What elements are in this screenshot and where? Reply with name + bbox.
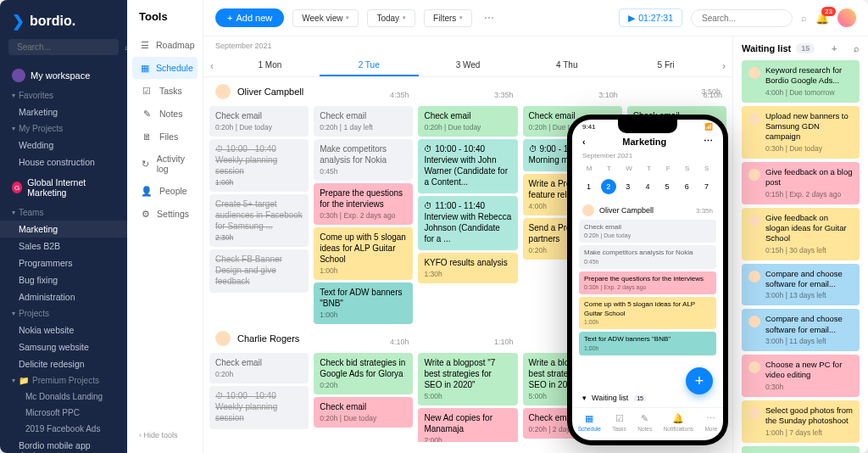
more-icon[interactable]: ⋯ bbox=[481, 12, 498, 24]
tool-people[interactable]: 👤People bbox=[132, 180, 198, 202]
prem-microsoft[interactable]: Microsoft PPC bbox=[0, 405, 127, 421]
phone-nav-notifications[interactable]: 🔔Notifications bbox=[664, 413, 693, 432]
view-dropdown[interactable]: Week view bbox=[292, 9, 359, 27]
task-card[interactable]: ⏱ 11:00 - 11:40Interview with Rebecca Jo… bbox=[418, 196, 517, 250]
proj-delicite[interactable]: Delicite redesign bbox=[0, 355, 127, 372]
notifications-button[interactable]: 🔔23 bbox=[815, 12, 829, 25]
search-top-icon[interactable]: ⌕ bbox=[801, 13, 807, 23]
task-card[interactable]: ⏱ 10:00 - 10:40Weekly planning session1:… bbox=[209, 139, 309, 192]
top-search-input[interactable] bbox=[691, 9, 793, 27]
add-new-button[interactable]: + Add new bbox=[215, 8, 284, 27]
waiting-card[interactable]: Choose a new PC for video editing0:30h bbox=[742, 355, 860, 397]
prev-week-button[interactable]: ‹ bbox=[203, 55, 220, 76]
waiting-card[interactable]: Give feedback on slogan ideas for Guitar… bbox=[742, 208, 860, 260]
section-my-projects[interactable]: My Projects bbox=[0, 120, 127, 137]
waiting-card[interactable]: Keyword research for Bordio Google Ads..… bbox=[742, 60, 860, 103]
waiting-card[interactable]: Upload new banners to Samsung GDN campai… bbox=[742, 106, 860, 159]
phone-date[interactable]: 3 bbox=[620, 179, 636, 194]
day-header-4[interactable]: 5 Fri bbox=[616, 55, 715, 76]
task-card[interactable]: Check email0:20h | 1 day left bbox=[314, 106, 413, 137]
phone-card[interactable]: Check email0:20h | Due today bbox=[579, 220, 716, 243]
proj-wedding[interactable]: Wedding bbox=[0, 137, 127, 154]
logo[interactable]: ❯bordio. bbox=[0, 8, 127, 39]
proj-samsung[interactable]: Samsung website bbox=[0, 338, 127, 355]
section-teams[interactable]: Teams bbox=[0, 204, 127, 221]
waiting-card[interactable]: Give feedback on a blog post0:15h | Exp.… bbox=[742, 162, 860, 204]
task-card[interactable]: Come up with 5 slogan ideas for ALP Guit… bbox=[314, 227, 413, 280]
phone-card[interactable]: Prepare the questions for the interviews… bbox=[579, 271, 716, 294]
phone-nav-schedule[interactable]: ▦Schedule bbox=[578, 413, 601, 432]
prem-facebook[interactable]: 2019 Facebook Ads bbox=[0, 421, 127, 437]
tool-notes[interactable]: ✎Notes bbox=[132, 103, 198, 125]
phone-date[interactable]: 5 bbox=[659, 179, 675, 194]
phone-card[interactable]: Make competitors analysis for Nokia0:45h bbox=[579, 245, 716, 268]
user-avatar[interactable] bbox=[837, 8, 856, 27]
waiting-card[interactable]: Write Bordio Landing Page copy3:00h | 2 … bbox=[742, 446, 860, 453]
today-button[interactable]: Today bbox=[367, 9, 415, 27]
task-card[interactable]: Text for ADW banners "BNB"1:00h bbox=[314, 282, 413, 324]
search-waiting-button[interactable]: ⌕ bbox=[854, 43, 860, 53]
task-card[interactable]: Check email0:20h | Due today bbox=[209, 106, 309, 137]
task-card[interactable]: Check FB Banner Design and give feedback bbox=[209, 249, 309, 293]
sidebar-search[interactable]: ⌕ bbox=[8, 39, 119, 55]
phone-date[interactable]: 1 bbox=[581, 179, 597, 194]
tool-settings[interactable]: ⚙Settings bbox=[132, 203, 198, 225]
task-card[interactable]: KYFO results analysis1:30h bbox=[418, 253, 517, 283]
phone-card[interactable]: Text for ADW banners "BNB"1:00h bbox=[579, 332, 716, 355]
proj-house[interactable]: House construction bbox=[0, 154, 127, 171]
day-header-2[interactable]: 3 Wed bbox=[419, 55, 518, 76]
timer[interactable]: ▶01:27:31 bbox=[619, 8, 682, 27]
fav-marketing[interactable]: Marketing bbox=[0, 103, 127, 120]
task-card[interactable]: ⏱ 10:00 - 10:40Weekly planning session bbox=[209, 386, 309, 429]
phone-date[interactable]: 2 bbox=[601, 179, 616, 194]
task-card[interactable]: Write a blogpost "7 best strategies for … bbox=[418, 353, 517, 405]
phone-nav-tasks[interactable]: ☑Tasks bbox=[612, 413, 626, 432]
phone-date[interactable]: 7 bbox=[698, 179, 714, 194]
team-marketing[interactable]: Marketing bbox=[0, 221, 127, 238]
task-card[interactable]: ⏱ 10:00 - 10:40Interview with John Warne… bbox=[418, 139, 517, 193]
team-programmers[interactable]: Programmers bbox=[0, 254, 127, 271]
day-header-3[interactable]: 4 Thu bbox=[517, 55, 616, 76]
task-card[interactable]: Create 5+ target audiences in Facebook f… bbox=[209, 194, 309, 247]
task-card[interactable]: Check email0:20h | Due today bbox=[418, 106, 517, 137]
tool-schedule[interactable]: ▦Schedule bbox=[132, 57, 198, 79]
tool-files[interactable]: 🗎Files bbox=[132, 126, 198, 148]
section-projects[interactable]: Projects bbox=[0, 305, 127, 322]
extra-bordio-mobile[interactable]: Bordio mobile app design bbox=[0, 437, 127, 453]
phone-date[interactable]: 4 bbox=[640, 179, 655, 194]
tool-tasks[interactable]: ☑Tasks bbox=[132, 80, 198, 102]
add-waiting-button[interactable]: + bbox=[832, 43, 837, 53]
prem-mcdonalds[interactable]: Mc Donalds Landing bbox=[0, 389, 127, 405]
phone-back-icon[interactable]: ‹ bbox=[582, 137, 586, 147]
tool-roadmap[interactable]: ☰Roadmap bbox=[132, 34, 198, 56]
global-internet-marketing[interactable]: GGlobal Internet Marketing bbox=[0, 171, 127, 204]
phone-nav-more[interactable]: ⋯More bbox=[704, 413, 717, 432]
waiting-card[interactable]: Compare and choose software for email...… bbox=[742, 309, 860, 351]
filters-dropdown[interactable]: Filters bbox=[424, 9, 472, 27]
team-bugfixing[interactable]: Bug fixing bbox=[0, 271, 127, 288]
tool-activity[interactable]: ↻Activity log bbox=[132, 148, 198, 179]
phone-nav-notes[interactable]: ✎Notes bbox=[637, 413, 652, 432]
workspace-selector[interactable]: My workspace bbox=[0, 64, 127, 87]
task-card[interactable]: Check bid strategies in Google Ads for G… bbox=[314, 353, 413, 394]
section-premium[interactable]: 📁 Premium Projects bbox=[0, 372, 127, 389]
day-header-1[interactable]: 2 Tue bbox=[320, 55, 419, 76]
phone-date[interactable]: 6 bbox=[679, 179, 694, 194]
waiting-card[interactable]: Select good photos from the Sunday photo… bbox=[742, 400, 860, 443]
proj-nokia[interactable]: Nokia website bbox=[0, 322, 127, 338]
task-card[interactable]: Check email0:20h bbox=[209, 353, 309, 383]
section-favorites[interactable]: Favorites bbox=[0, 87, 127, 103]
next-week-button[interactable]: › bbox=[715, 55, 732, 76]
team-admin[interactable]: Administration bbox=[0, 288, 127, 305]
waiting-card[interactable]: Compare and choose software for email...… bbox=[742, 264, 860, 306]
task-card[interactable]: Check email0:20h | Due today bbox=[314, 397, 413, 428]
phone-more-icon[interactable]: ⋯ bbox=[704, 136, 713, 147]
phone-fab-button[interactable]: + bbox=[686, 367, 713, 394]
team-sales[interactable]: Sales B2B bbox=[0, 238, 127, 254]
task-card[interactable]: New Ad copies for Manamaja2:00h bbox=[418, 408, 517, 442]
sidebar-search-input[interactable] bbox=[17, 42, 125, 52]
day-header-0[interactable]: 1 Mon bbox=[220, 55, 320, 76]
task-card[interactable]: Make competitors analysis for Nokia0:45h bbox=[314, 139, 413, 181]
phone-card[interactable]: Come up with 5 slogan ideas for ALP Guit… bbox=[579, 297, 716, 329]
task-card[interactable]: Prepare the questions for the interviews… bbox=[314, 183, 413, 225]
